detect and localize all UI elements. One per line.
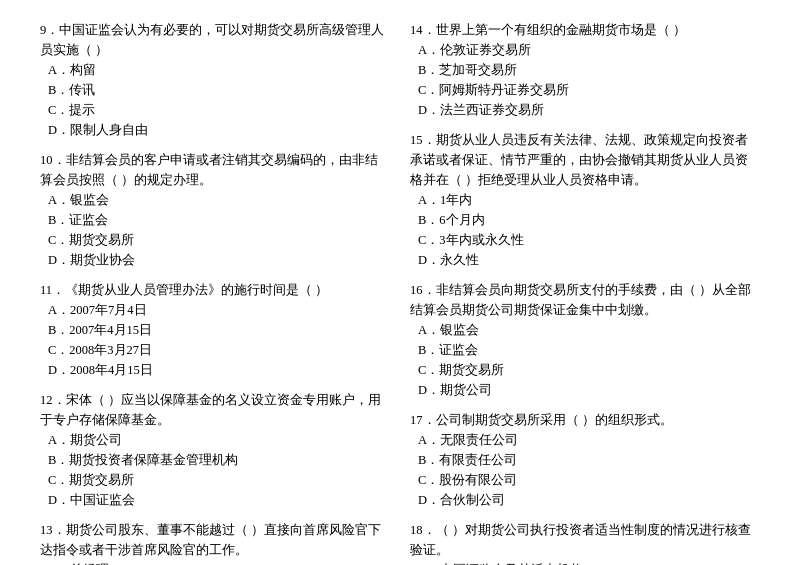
option-q17-0: A．无限责任公司 bbox=[418, 430, 760, 450]
options-q11: A．2007年7月4日B．2007年4月15日C．2008年3月27日D．200… bbox=[40, 300, 390, 380]
option-q13-0: A．总经理 bbox=[48, 560, 390, 565]
option-q11-3: D．2008年4月15日 bbox=[48, 360, 390, 380]
option-q9-0: A．构留 bbox=[48, 60, 390, 80]
option-q12-3: D．中国证监会 bbox=[48, 490, 390, 510]
option-q10-3: D．期货业协会 bbox=[48, 250, 390, 270]
option-q11-1: B．2007年4月15日 bbox=[48, 320, 390, 340]
question-title-q12: 12．宋体（ ）应当以保障基金的名义设立资金专用账户，用于专户存储保障基金。 bbox=[40, 390, 390, 430]
question-block-q9: 9．中国证监会认为有必要的，可以对期货交易所高级管理人员实施（ ）A．构留B．传… bbox=[40, 20, 390, 140]
option-q16-1: B．证监会 bbox=[418, 340, 760, 360]
question-title-q15: 15．期货从业人员违反有关法律、法规、政策规定向投资者承诺或者保证、情节严重的，… bbox=[410, 130, 760, 190]
question-title-q9: 9．中国证监会认为有必要的，可以对期货交易所高级管理人员实施（ ） bbox=[40, 20, 390, 60]
option-q15-3: D．永久性 bbox=[418, 250, 760, 270]
option-q14-1: B．芝加哥交易所 bbox=[418, 60, 760, 80]
options-q10: A．银监会B．证监会C．期货交易所D．期货业协会 bbox=[40, 190, 390, 270]
option-q17-1: B．有限责任公司 bbox=[418, 450, 760, 470]
question-title-q17: 17．公司制期货交易所采用（ ）的组织形式。 bbox=[410, 410, 760, 430]
option-q12-2: C．期货交易所 bbox=[48, 470, 390, 490]
option-q10-1: B．证监会 bbox=[48, 210, 390, 230]
options-q9: A．构留B．传讯C．提示D．限制人身自由 bbox=[40, 60, 390, 140]
question-block-q16: 16．非结算会员向期货交易所支付的手续费，由（ ）从全部结算会员期货公司期货保证… bbox=[410, 280, 760, 400]
options-q12: A．期货公司B．期货投资者保障基金管理机构C．期货交易所D．中国证监会 bbox=[40, 430, 390, 510]
option-q9-3: D．限制人身自由 bbox=[48, 120, 390, 140]
option-q16-0: A．银监会 bbox=[418, 320, 760, 340]
question-block-q12: 12．宋体（ ）应当以保障基金的名义设立资金专用账户，用于专户存储保障基金。A．… bbox=[40, 390, 390, 510]
options-q18: A．中国证监会及其派出机构B．中国金融期货交易所C．中国期货保证金监控中心公司 bbox=[410, 560, 760, 565]
question-block-q11: 11．《期货从业人员管理办法》的施行时间是（ ）A．2007年7月4日B．200… bbox=[40, 280, 390, 380]
options-q14: A．伦敦证券交易所B．芝加哥交易所C．阿姆斯特丹证券交易所D．法兰西证券交易所 bbox=[410, 40, 760, 120]
option-q12-1: B．期货投资者保障基金管理机构 bbox=[48, 450, 390, 470]
option-q16-2: C．期货交易所 bbox=[418, 360, 760, 380]
options-q13: A．总经理B．董事长C．董事会D．董事会常设的风险管理委员会 bbox=[40, 560, 390, 565]
option-q17-3: D．合伙制公司 bbox=[418, 490, 760, 510]
right-column: 14．世界上第一个有组织的金融期货市场是（ ）A．伦敦证券交易所B．芝加哥交易所… bbox=[410, 20, 760, 565]
option-q14-2: C．阿姆斯特丹证券交易所 bbox=[418, 80, 760, 100]
question-block-q15: 15．期货从业人员违反有关法律、法规、政策规定向投资者承诺或者保证、情节严重的，… bbox=[410, 130, 760, 270]
question-title-q18: 18．（ ）对期货公司执行投资者适当性制度的情况进行核查验证。 bbox=[410, 520, 760, 560]
option-q17-2: C．股份有限公司 bbox=[418, 470, 760, 490]
option-q12-0: A．期货公司 bbox=[48, 430, 390, 450]
question-title-q14: 14．世界上第一个有组织的金融期货市场是（ ） bbox=[410, 20, 760, 40]
option-q18-0: A．中国证监会及其派出机构 bbox=[418, 560, 760, 565]
option-q10-2: C．期货交易所 bbox=[48, 230, 390, 250]
question-title-q10: 10．非结算会员的客户申请或者注销其交易编码的，由非结算会员按照（ ）的规定办理… bbox=[40, 150, 390, 190]
option-q11-2: C．2008年3月27日 bbox=[48, 340, 390, 360]
question-title-q13: 13．期货公司股东、董事不能越过（ ）直接向首席风险官下达指令或者干涉首席风险官… bbox=[40, 520, 390, 560]
question-block-q10: 10．非结算会员的客户申请或者注销其交易编码的，由非结算会员按照（ ）的规定办理… bbox=[40, 150, 390, 270]
question-block-q14: 14．世界上第一个有组织的金融期货市场是（ ）A．伦敦证券交易所B．芝加哥交易所… bbox=[410, 20, 760, 120]
option-q15-2: C．3年内或永久性 bbox=[418, 230, 760, 250]
option-q14-0: A．伦敦证券交易所 bbox=[418, 40, 760, 60]
page-content: 9．中国证监会认为有必要的，可以对期货交易所高级管理人员实施（ ）A．构留B．传… bbox=[40, 20, 760, 565]
question-block-q17: 17．公司制期货交易所采用（ ）的组织形式。A．无限责任公司B．有限责任公司C．… bbox=[410, 410, 760, 510]
option-q16-3: D．期货公司 bbox=[418, 380, 760, 400]
option-q11-0: A．2007年7月4日 bbox=[48, 300, 390, 320]
question-block-q18: 18．（ ）对期货公司执行投资者适当性制度的情况进行核查验证。A．中国证监会及其… bbox=[410, 520, 760, 565]
question-title-q11: 11．《期货从业人员管理办法》的施行时间是（ ） bbox=[40, 280, 390, 300]
question-title-q16: 16．非结算会员向期货交易所支付的手续费，由（ ）从全部结算会员期货公司期货保证… bbox=[410, 280, 760, 320]
option-q9-2: C．提示 bbox=[48, 100, 390, 120]
question-block-q13: 13．期货公司股东、董事不能越过（ ）直接向首席风险官下达指令或者干涉首席风险官… bbox=[40, 520, 390, 565]
option-q15-0: A．1年内 bbox=[418, 190, 760, 210]
option-q9-1: B．传讯 bbox=[48, 80, 390, 100]
left-column: 9．中国证监会认为有必要的，可以对期货交易所高级管理人员实施（ ）A．构留B．传… bbox=[40, 20, 390, 565]
options-q16: A．银监会B．证监会C．期货交易所D．期货公司 bbox=[410, 320, 760, 400]
option-q10-0: A．银监会 bbox=[48, 190, 390, 210]
options-q17: A．无限责任公司B．有限责任公司C．股份有限公司D．合伙制公司 bbox=[410, 430, 760, 510]
options-q15: A．1年内B．6个月内C．3年内或永久性D．永久性 bbox=[410, 190, 760, 270]
option-q14-3: D．法兰西证券交易所 bbox=[418, 100, 760, 120]
option-q15-1: B．6个月内 bbox=[418, 210, 760, 230]
